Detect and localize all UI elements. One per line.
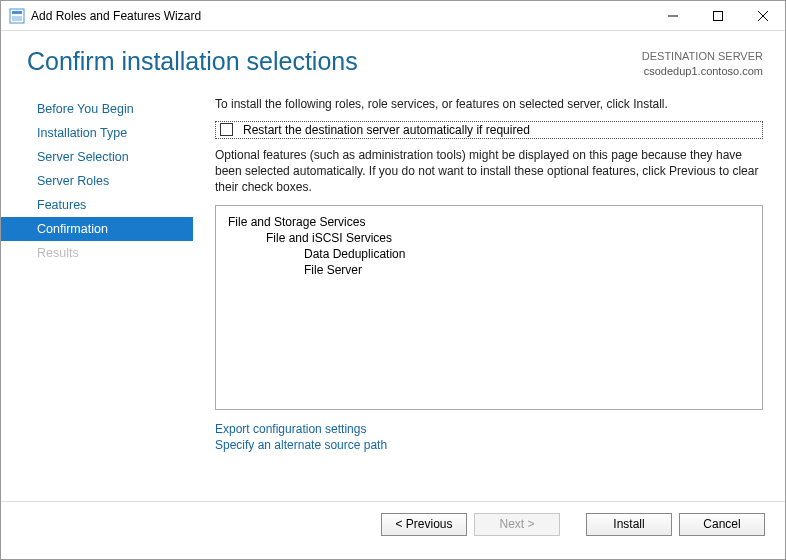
nav-confirmation[interactable]: Confirmation bbox=[1, 217, 193, 241]
svg-rect-1 bbox=[12, 11, 22, 14]
link-alternate-source[interactable]: Specify an alternate source path bbox=[215, 438, 763, 452]
svg-rect-2 bbox=[12, 16, 22, 21]
intro-text: To install the following roles, role ser… bbox=[215, 97, 763, 111]
button-bar: < Previous Next > Install Cancel bbox=[1, 501, 785, 547]
content: To install the following roles, role ser… bbox=[193, 87, 785, 501]
close-button[interactable] bbox=[740, 1, 785, 30]
svg-rect-4 bbox=[713, 11, 722, 20]
previous-button[interactable]: < Previous bbox=[381, 513, 467, 536]
main: Before You Begin Installation Type Serve… bbox=[1, 81, 785, 501]
nav-installation-type[interactable]: Installation Type bbox=[1, 121, 193, 145]
titlebar: Add Roles and Features Wizard bbox=[1, 1, 785, 31]
restart-checkbox-row[interactable]: Restart the destination server automatic… bbox=[215, 121, 763, 139]
link-export-config[interactable]: Export configuration settings bbox=[215, 422, 763, 436]
destination-block: DESTINATION SERVER csodedup1.contoso.com bbox=[642, 47, 763, 79]
nav-results: Results bbox=[1, 241, 193, 265]
nav-server-selection[interactable]: Server Selection bbox=[1, 145, 193, 169]
destination-value: csodedup1.contoso.com bbox=[642, 64, 763, 79]
tree-node-file-iscsi: File and iSCSI Services bbox=[228, 231, 750, 245]
tree-node-file-storage: File and Storage Services bbox=[228, 215, 750, 229]
destination-label: DESTINATION SERVER bbox=[642, 49, 763, 64]
tree-node-data-dedup: Data Deduplication bbox=[228, 247, 750, 261]
optional-features-note: Optional features (such as administratio… bbox=[215, 147, 763, 196]
maximize-button[interactable] bbox=[695, 1, 740, 30]
install-button[interactable]: Install bbox=[586, 513, 672, 536]
page-title: Confirm installation selections bbox=[27, 47, 358, 76]
nav-features[interactable]: Features bbox=[1, 193, 193, 217]
tree-node-file-server: File Server bbox=[228, 263, 750, 277]
window-title: Add Roles and Features Wizard bbox=[31, 9, 650, 23]
header: Confirm installation selections DESTINAT… bbox=[1, 31, 785, 81]
selected-features-box: File and Storage Services File and iSCSI… bbox=[215, 205, 763, 410]
nav-before-you-begin[interactable]: Before You Begin bbox=[1, 97, 193, 121]
next-button: Next > bbox=[474, 513, 560, 536]
links-area: Export configuration settings Specify an… bbox=[215, 410, 763, 452]
app-icon bbox=[9, 8, 25, 24]
restart-checkbox[interactable] bbox=[220, 123, 233, 136]
restart-checkbox-label: Restart the destination server automatic… bbox=[243, 123, 530, 137]
wizard-nav: Before You Begin Installation Type Serve… bbox=[1, 87, 193, 501]
cancel-button[interactable]: Cancel bbox=[679, 513, 765, 536]
minimize-button[interactable] bbox=[650, 1, 695, 30]
nav-server-roles[interactable]: Server Roles bbox=[1, 169, 193, 193]
